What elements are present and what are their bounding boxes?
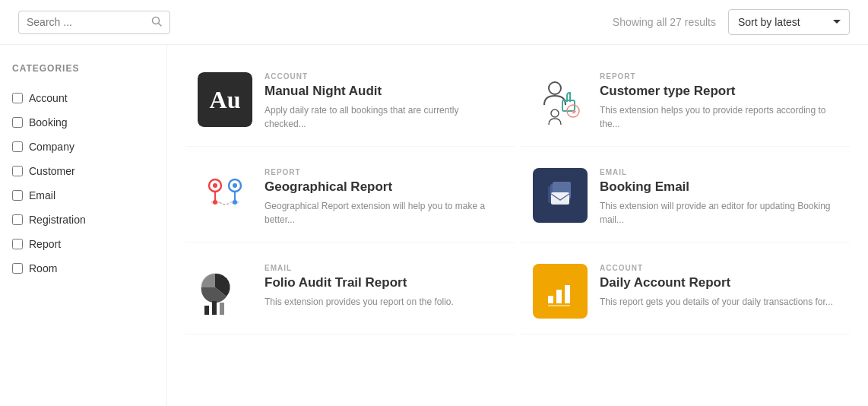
product-info-booking-email: EMAIL Booking Email This extension will … [600,168,838,227]
category-account-label[interactable]: Account [29,92,68,104]
page-wrapper: Showing all 27 results Sort by latest So… [0,0,868,406]
product-desc: Geographical Report extension will help … [265,199,502,227]
product-desc: Apply daily rate to all bookings that ar… [265,103,502,131]
product-info-folio-audit-trail: EMAIL Folio Audit Trail Report This exte… [265,264,502,309]
svg-point-2 [549,82,561,94]
product-icon-email [533,168,588,223]
product-folio-audit-trail[interactable]: EMAIL Folio Audit Trail Report This exte… [185,249,515,335]
category-room-checkbox[interactable] [12,263,23,274]
category-email[interactable]: Email [12,183,154,208]
svg-rect-21 [212,301,217,315]
category-account-checkbox[interactable] [12,93,23,103]
product-title: Booking Email [600,179,838,195]
top-bar: Showing all 27 results Sort by latest So… [0,0,868,45]
product-category: EMAIL [600,168,838,176]
svg-line-1 [159,23,162,26]
category-company-checkbox[interactable] [12,141,23,152]
svg-rect-26 [548,305,570,306]
category-registration-label[interactable]: Registration [29,214,86,226]
category-registration-checkbox[interactable] [12,214,23,225]
product-category: REPORT [265,168,502,176]
product-info-daily-account-report: ACCOUNT Daily Account Report This report… [600,264,838,309]
categories-label: CATEGORIES [12,63,154,74]
product-manual-night-audit[interactable]: Au ACCOUNT Manual Night Audit Apply dail… [185,57,515,147]
product-category: REPORT [600,72,838,81]
product-desc: This extension provides you report on th… [265,295,502,309]
product-desc: This report gets you details of your dai… [600,295,838,309]
svg-rect-25 [565,285,570,303]
svg-rect-23 [548,296,553,303]
product-booking-email[interactable]: EMAIL Booking Email This extension will … [521,153,850,243]
svg-rect-18 [551,192,569,205]
product-category: EMAIL [265,264,502,272]
search-box [18,11,170,34]
search-input[interactable] [27,16,148,28]
category-account[interactable]: Account [12,86,154,110]
product-customer-type-report[interactable]: ★ REPORT Customer type Report This exten… [521,57,850,147]
product-icon-geo [198,168,252,223]
svg-point-6 [551,109,559,117]
category-report[interactable]: Report [12,232,154,256]
svg-point-8 [213,183,217,188]
product-title: Geographical Report [265,179,502,195]
svg-text:★: ★ [571,108,577,116]
product-icon-au: Au [198,72,252,127]
product-icon-daily-account [533,264,588,319]
product-title: Folio Audit Trail Report [265,275,502,290]
svg-point-13 [213,200,217,205]
product-info-manual-night-audit: ACCOUNT Manual Night Audit Apply daily r… [265,72,502,131]
category-customer-checkbox[interactable] [12,166,23,176]
search-icon [151,16,162,27]
svg-point-11 [233,183,237,188]
category-customer[interactable]: Customer [12,159,154,183]
category-room-label[interactable]: Room [29,262,57,274]
category-company-label[interactable]: Company [29,141,74,153]
product-title: Daily Account Report [600,275,838,290]
svg-rect-20 [204,306,209,315]
category-email-checkbox[interactable] [12,190,23,201]
category-company[interactable]: Company [12,135,154,159]
sidebar: CATEGORIES Account Booking Company Custo… [0,45,167,406]
category-booking-label[interactable]: Booking [29,116,68,128]
product-info-customer-type-report: REPORT Customer type Report This extensi… [600,72,838,131]
svg-point-14 [233,200,237,205]
product-icon-customer-report: ★ [533,72,588,127]
results-count: Showing all 27 results [613,16,716,28]
main-content: CATEGORIES Account Booking Company Custo… [0,45,868,406]
product-desc: This extension helps you to provide repo… [600,103,838,131]
category-registration[interactable]: Registration [12,208,154,232]
category-report-checkbox[interactable] [12,239,23,249]
svg-rect-22 [220,303,224,315]
product-geographical-report[interactable]: REPORT Geographical Report Geographical … [185,153,515,243]
category-customer-label[interactable]: Customer [29,165,75,177]
product-title: Manual Night Audit [265,84,502,99]
category-report-label[interactable]: Report [29,238,61,250]
top-right-area: Showing all 27 results Sort by latest So… [613,9,850,35]
sort-select[interactable]: Sort by latest Sort by oldest Sort by A-… [728,9,850,35]
product-desc: This extension will provide an editor fo… [600,199,838,227]
product-daily-account-report[interactable]: ACCOUNT Daily Account Report This report… [521,249,850,335]
product-category: ACCOUNT [265,72,502,81]
search-button[interactable] [151,16,162,29]
product-icon-folio [198,264,252,319]
product-info-geographical-report: REPORT Geographical Report Geographical … [265,168,502,227]
product-title: Customer type Report [600,84,838,99]
product-category: ACCOUNT [600,264,838,272]
products-grid: Au ACCOUNT Manual Night Audit Apply dail… [167,45,868,406]
category-email-label[interactable]: Email [29,189,55,201]
category-room[interactable]: Room [12,256,154,281]
category-booking-checkbox[interactable] [12,117,23,128]
category-booking[interactable]: Booking [12,110,154,135]
svg-rect-24 [556,290,562,303]
